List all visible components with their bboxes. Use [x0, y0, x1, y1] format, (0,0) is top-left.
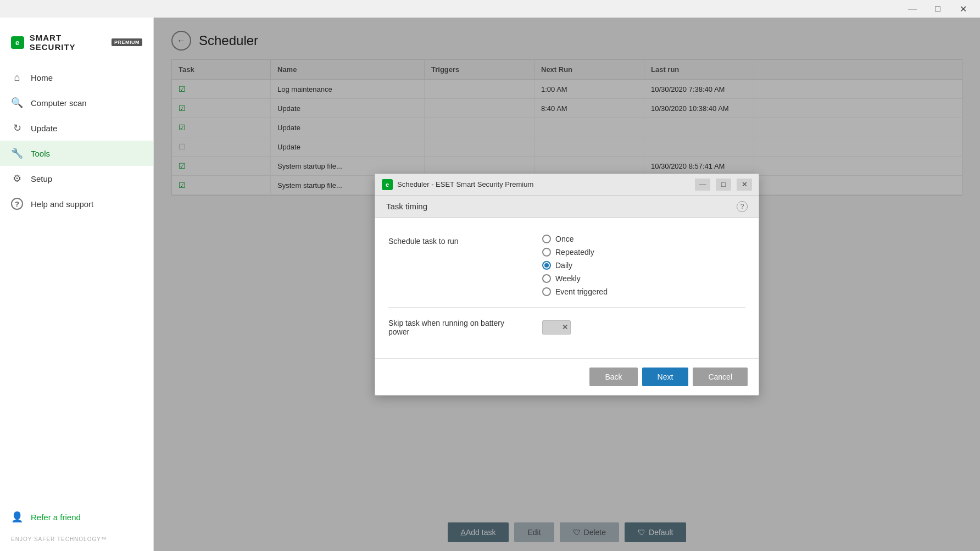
radio-daily[interactable]: Daily — [542, 261, 608, 270]
radio-label-daily: Daily — [555, 261, 572, 270]
computer-scan-icon: 🔍 — [11, 97, 23, 109]
modal-restore-button[interactable]: □ — [716, 179, 731, 191]
logo-icon: e — [11, 36, 24, 49]
radio-circle-event — [542, 287, 551, 296]
sidebar: e SMART SECURITY PREMIUM ⌂ Home 🔍 Comput… — [0, 18, 154, 551]
help-button[interactable]: ? — [737, 201, 748, 212]
schedule-form-row: Schedule task to run Once Repeatedly — [388, 235, 745, 296]
sidebar-item-setup-label: Setup — [31, 174, 52, 183]
radio-once[interactable]: Once — [542, 235, 608, 243]
modal-form: Schedule task to run Once Repeatedly — [375, 218, 759, 358]
refer-label: Refer a friend — [31, 513, 81, 522]
radio-circle-daily — [542, 261, 551, 270]
sidebar-item-computer-scan-label: Computer scan — [31, 98, 87, 108]
sidebar-item-computer-scan[interactable]: 🔍 Computer scan — [0, 90, 153, 115]
modal-minimize-button[interactable]: — — [695, 179, 710, 191]
sidebar-item-update-label: Update — [31, 124, 57, 133]
sidebar-item-home-label: Home — [31, 73, 53, 82]
tools-icon: 🔧 — [11, 147, 23, 159]
logo-text: SMART SECURITY — [30, 33, 104, 52]
toggle-x-icon: ✕ — [562, 323, 568, 331]
sidebar-item-home[interactable]: ⌂ Home — [0, 65, 153, 90]
sidebar-item-help[interactable]: ? Help and support — [0, 191, 153, 216]
update-icon: ↻ — [11, 122, 23, 134]
modal-section-header: Task timing ? — [375, 196, 759, 218]
modal-eset-icon: e — [382, 179, 393, 190]
radio-circle-once — [542, 235, 551, 243]
next-button[interactable]: Next — [642, 368, 689, 386]
sidebar-item-help-label: Help and support — [31, 199, 93, 209]
sidebar-spacer — [0, 216, 153, 502]
skip-label: Skip task when running on battery power — [388, 319, 520, 336]
radio-label-once: Once — [555, 235, 573, 243]
modal-footer: Back Next Cancel — [375, 358, 759, 395]
radio-event-triggered[interactable]: Event triggered — [542, 287, 608, 296]
radio-group: Once Repeatedly Daily — [542, 235, 608, 296]
sidebar-item-tools-label: Tools — [31, 149, 50, 158]
modal-close-button[interactable]: ✕ — [737, 179, 752, 191]
modal-titlebar: e Scheduler - ESET Smart Security Premiu… — [375, 174, 759, 196]
back-button[interactable]: Back — [589, 368, 637, 386]
modal-title: Scheduler - ESET Smart Security Premium — [397, 180, 689, 188]
radio-circle-repeatedly — [542, 248, 551, 257]
minimize-button[interactable]: — — [900, 0, 925, 18]
title-bar: — □ ✕ — [0, 0, 980, 18]
schedule-label: Schedule task to run — [388, 235, 520, 246]
logo-area: e SMART SECURITY PREMIUM — [0, 26, 153, 65]
sidebar-item-refer[interactable]: 👤 Refer a friend — [0, 502, 153, 532]
skip-row: Skip task when running on battery power … — [388, 319, 745, 336]
home-icon: ⌂ — [11, 71, 23, 84]
tagline: ENJOY SAFER TECHNOLOGY™ — [0, 532, 153, 551]
logo-badge: PREMIUM — [112, 38, 142, 46]
help-icon: ? — [11, 198, 23, 210]
divider — [388, 307, 745, 308]
modal-dialog: e Scheduler - ESET Smart Security Premiu… — [375, 174, 759, 396]
app-container: e SMART SECURITY PREMIUM ⌂ Home 🔍 Comput… — [0, 18, 980, 551]
radio-circle-weekly — [542, 274, 551, 283]
sidebar-item-update[interactable]: ↻ Update — [0, 115, 153, 141]
radio-label-event: Event triggered — [555, 287, 608, 296]
sidebar-item-setup[interactable]: ⚙ Setup — [0, 166, 153, 191]
sidebar-item-tools[interactable]: 🔧 Tools — [0, 141, 153, 166]
radio-weekly[interactable]: Weekly — [542, 274, 608, 283]
modal-overlay: e Scheduler - ESET Smart Security Premiu… — [154, 18, 980, 551]
close-button[interactable]: ✕ — [950, 0, 976, 18]
skip-toggle[interactable]: ✕ — [542, 320, 571, 335]
radio-repeatedly[interactable]: Repeatedly — [542, 248, 608, 257]
modal-section-title: Task timing — [386, 202, 427, 211]
radio-label-repeatedly: Repeatedly — [555, 248, 594, 257]
main-content: ← Scheduler Task Name Triggers Next Run … — [154, 18, 980, 551]
restore-button[interactable]: □ — [925, 0, 950, 18]
radio-label-weekly: Weekly — [555, 274, 581, 283]
refer-icon: 👤 — [11, 511, 23, 523]
setup-icon: ⚙ — [11, 172, 23, 185]
cancel-button[interactable]: Cancel — [693, 368, 748, 386]
